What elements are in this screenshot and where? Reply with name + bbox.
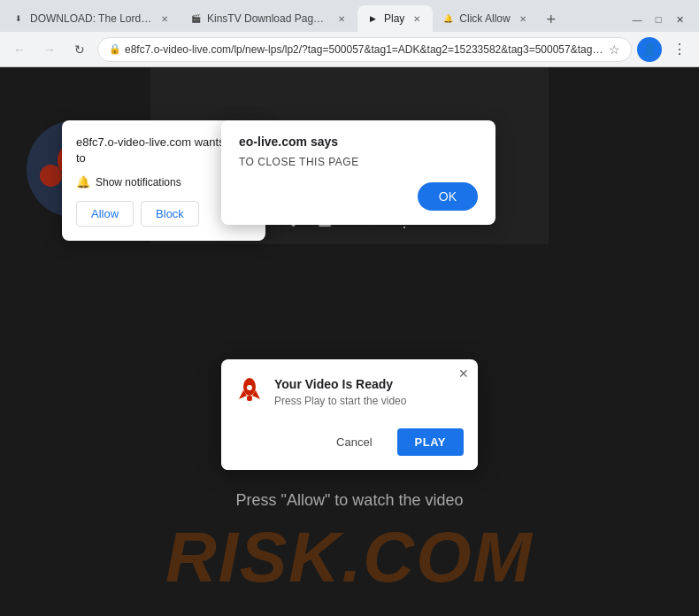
- cancel-button[interactable]: Cancel: [322, 428, 386, 456]
- lock-icon: 🔒: [109, 43, 121, 55]
- tab-1[interactable]: ⬇ DOWNLOAD: The Lord of t... ✕: [4, 5, 181, 32]
- tab2-close[interactable]: ✕: [334, 12, 349, 26]
- profile-icon: 👤: [642, 42, 657, 56]
- tab-bar: ⬇ DOWNLOAD: The Lord of t... ✕ 🎬 KinsTV …: [0, 0, 699, 32]
- press-allow-text: Press "Allow" to watch the video: [236, 491, 464, 510]
- maximize-button[interactable]: □: [649, 11, 667, 28]
- alert-title: eo-live.com says: [239, 135, 478, 149]
- back-button[interactable]: ←: [7, 37, 32, 62]
- url-bar[interactable]: 🔒 e8fc7.o-video-live.com/lp/new-lps/lp2/…: [97, 37, 632, 62]
- page-content: ⌄ ☰→ ↩ ⋮ Press "Allow" to watch the vide…: [0, 67, 699, 616]
- svg-rect-4: [247, 396, 252, 401]
- watermark: RISK.COM: [165, 517, 534, 598]
- address-bar: ← → ↻ 🔒 e8fc7.o-video-live.com/lp/new-lp…: [0, 32, 699, 67]
- minimize-button[interactable]: —: [628, 11, 646, 28]
- bell-icon: 🔔: [76, 175, 90, 189]
- video-ready-close-button[interactable]: ✕: [458, 366, 469, 381]
- video-ready-title: Your Video Is Ready: [274, 377, 406, 391]
- forward-button[interactable]: →: [37, 37, 62, 62]
- notif-title: e8fc7.o-video-live.com wants to: [76, 135, 235, 166]
- star-icon[interactable]: ☆: [609, 42, 620, 57]
- browser-frame: ⬇ DOWNLOAD: The Lord of t... ✕ 🎬 KinsTV …: [0, 0, 699, 616]
- tab3-close[interactable]: ✕: [410, 12, 424, 26]
- window-controls: — □ ✕: [628, 11, 695, 32]
- video-ready-popup: ✕ Your Video Is Ready Press Play to star…: [221, 359, 478, 470]
- menu-button[interactable]: ⋮: [667, 37, 692, 62]
- alert-popup: eo-live.com says TO CLOSE THIS PAGE OK: [221, 120, 495, 225]
- tab1-favicon: ⬇: [12, 12, 25, 25]
- tab2-label: KinsTV Download Page —: [207, 12, 329, 25]
- tab-3[interactable]: ▶ Play ✕: [357, 5, 433, 32]
- new-tab-button[interactable]: +: [539, 7, 564, 32]
- notif-show-label: Show notifications: [96, 176, 181, 189]
- tab4-favicon: 🔔: [442, 12, 454, 25]
- video-ready-subtitle: Press Play to start the video: [274, 395, 406, 407]
- alert-message: TO CLOSE THIS PAGE: [239, 156, 478, 168]
- play-button[interactable]: PLAY: [397, 428, 464, 456]
- tab1-close[interactable]: ✕: [157, 12, 172, 26]
- video-ready-text: Your Video Is Ready Press Play to start …: [274, 377, 406, 407]
- tab-4[interactable]: 🔔 Click Allow ✕: [433, 5, 538, 32]
- tab1-label: DOWNLOAD: The Lord of t...: [30, 12, 152, 25]
- tab3-favicon: ▶: [366, 12, 379, 25]
- block-button[interactable]: Block: [141, 201, 199, 227]
- logo-dot2: [40, 165, 62, 187]
- refresh-button[interactable]: ↻: [67, 37, 92, 62]
- tab3-label: Play: [384, 12, 404, 25]
- url-text: e8fc7.o-video-live.com/lp/new-lps/lp2/?t…: [125, 43, 609, 56]
- tab4-close[interactable]: ✕: [516, 12, 530, 26]
- profile-button[interactable]: 👤: [637, 37, 662, 62]
- close-button[interactable]: ✕: [671, 11, 688, 28]
- svg-point-3: [247, 385, 252, 390]
- allow-button[interactable]: Allow: [76, 201, 134, 227]
- video-ready-footer: Cancel PLAY: [221, 421, 478, 470]
- tab2-favicon: 🎬: [189, 12, 202, 25]
- video-ready-body: Your Video Is Ready Press Play to start …: [221, 359, 478, 421]
- tab-2[interactable]: 🎬 KinsTV Download Page — ✕: [181, 5, 357, 32]
- rocket-icon: [235, 377, 264, 405]
- alert-ok-button[interactable]: OK: [418, 182, 478, 211]
- tab4-label: Click Allow: [459, 12, 510, 25]
